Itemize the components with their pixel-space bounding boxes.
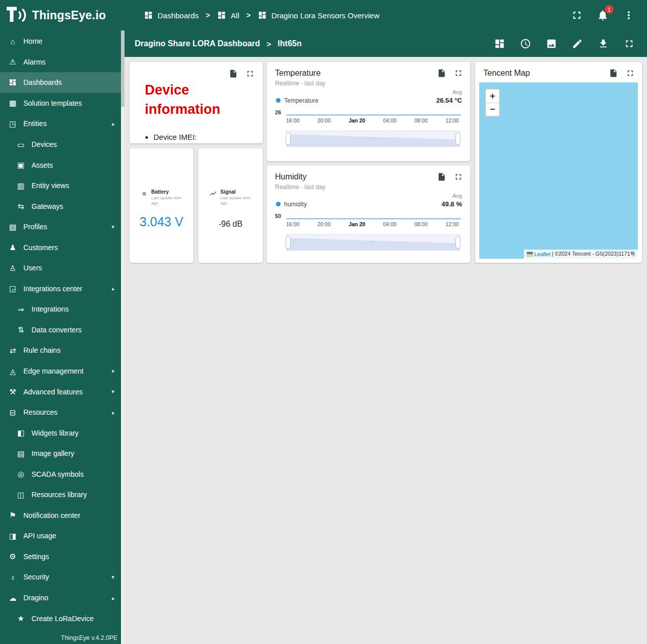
sidebar-item-label: Advanced features [23,388,83,396]
sidebar-item-scada-symbols[interactable]: ◎SCADA symbols [0,464,121,484]
edge-management-icon: ◬ [8,367,18,375]
sidebar-item-label: Gateways [32,202,63,210]
scada-symbols-icon: ◎ [16,470,26,478]
timewindow-clock-icon[interactable] [520,38,531,49]
more-vert-icon[interactable] [623,9,635,21]
sidebar-scrollbar[interactable] [121,30,125,644]
breadcrumb-separator: > [206,11,210,19]
temperature-title: Temperature [275,69,325,78]
sidebar-item-alarms[interactable]: ⚠Alarms [0,52,121,73]
users-icon: ♙ [8,264,18,272]
advanced-features-icon: ⚒ [8,388,18,395]
series-avg-value: 26.54 °C [436,97,462,104]
sidebar-item-label: Data converters [32,326,82,334]
sidebar-item-image-gallery[interactable]: ▤Image gallery [0,443,121,464]
api-usage-icon: ◨ [8,532,18,540]
settings-icon: ⚙ [8,553,18,560]
sidebar-item-solution-templates[interactable]: ▩Solution templates [0,93,121,114]
series-label[interactable]: humidity [284,201,307,208]
sidebar-item-notification-center[interactable]: ⚑Notification center [0,505,121,526]
chart-navigator[interactable]: ⋯ [286,234,460,251]
dashboard-state[interactable]: lht65n [278,39,301,48]
sidebar-item-entity-views[interactable]: ▥Entity views [0,175,121,196]
sidebar-item-api-usage[interactable]: ◨API usage [0,526,121,546]
sidebar-item-data-converters[interactable]: ⇅Data converters [0,320,121,341]
sidebar-item-widgets-library[interactable]: ◧Widgets library [0,422,121,443]
app-logo[interactable]: ThingsEye.io [0,7,125,24]
sidebar-item-dashboards[interactable]: Dashboards [0,72,121,93]
legend-agg-header[interactable]: Avg [436,89,462,95]
humidity-subtitle: Realtime - last day [275,183,325,191]
sidebar-item-gateways[interactable]: ⇆Gateways [0,196,121,217]
sidebar-item-label: Home [23,37,42,45]
navigator-handle-right[interactable] [455,236,460,249]
star-icon: ★ [16,615,26,622]
x-axis: 16:00 20:00 Jan 20 04:00 08:00 12:00 [286,117,459,124]
sidebar-item-label: Dragino [23,594,48,602]
background-image-icon[interactable] [546,38,557,49]
expand-fullscreen-icon[interactable] [624,38,635,49]
sidebar-item-create-loradevice[interactable]: ★Create LoRaDevice [0,608,121,629]
dashboard-toolbar: Dragino Share LORA Dashboard > lht65n [125,30,647,57]
sidebar-item-integrations[interactable]: ⇒Integrations [0,299,121,320]
sidebar-item-assets[interactable]: ▣Assets [0,155,121,175]
sidebar-item-customers[interactable]: ♟Customers [0,237,121,258]
sidebar-item-advanced-features[interactable]: ⚒Advanced features▾ [0,381,121,402]
chevron-down-icon: ▾ [111,369,114,374]
breadcrumb-separator: > [247,11,251,19]
fullscreen-icon[interactable] [571,9,583,21]
series-label[interactable]: Temperature [284,97,318,104]
sidebar-item-label: Resources [23,408,57,416]
sidebar-nav: ⌂Home⚠AlarmsDashboards▩Solution template… [0,31,121,630]
dashboard-title[interactable]: Dragino Share LORA Dashboard [135,39,260,48]
scrollbar-thumb[interactable] [121,30,125,107]
dashboard-layouts-icon[interactable] [494,38,505,49]
x-tick: Jan 20 [349,221,365,227]
sidebar-item-rule-chains[interactable]: ⇄Rule chains [0,340,121,361]
sidebar-item-users[interactable]: ♙Users [0,258,121,279]
leaflet-link[interactable]: Leaflet [534,251,550,257]
breadcrumb-item-dragino-lora-sensors-overview[interactable]: Dragino Lora Sensors Overview [258,11,380,20]
navigator-handle-left[interactable] [286,236,291,249]
export-download-icon[interactable] [598,38,609,49]
logo-icon [5,7,28,24]
breadcrumb-item-all[interactable]: All [217,11,239,20]
sidebar-item-entities[interactable]: ◳Entities▴ [0,113,121,134]
sidebar-item-dragino[interactable]: ☁Dragino▴ [0,588,121,608]
navigator-handle-left[interactable] [286,133,291,145]
navigator-handle-right[interactable] [455,133,460,145]
sidebar-item-edge-management[interactable]: ◬Edge management▾ [0,361,121,382]
sidebar-item-security[interactable]: ♁Security▾ [0,567,121,588]
sidebar-item-profiles[interactable]: ▧Profiles▾ [0,217,121,237]
chart-navigator[interactable]: ⋯ [286,131,460,147]
edit-pencil-icon[interactable] [572,38,583,49]
export-file-icon[interactable] [437,69,446,78]
sidebar-item-label: Widgets library [32,429,79,437]
sidebar-item-devices[interactable]: ▭Devices [0,134,121,155]
chevron-down-icon: ▾ [111,389,114,394]
expand-widget-icon[interactable] [626,69,635,78]
sidebar-item-integrations-center[interactable]: ◲Integrations center▴ [0,279,121,299]
breadcrumb-item-dashboards[interactable]: Dashboards [144,11,199,20]
device-info-list: Device IMEI: [145,133,255,141]
toolbar-actions [494,38,635,49]
sidebar-item-label: Devices [32,140,57,148]
legend-agg-header[interactable]: Avg [442,193,462,199]
sidebar-item-resources[interactable]: ⊟Resources▴ [0,402,121,423]
export-file-icon[interactable] [229,69,238,78]
expand-widget-icon[interactable] [245,69,255,78]
dragino-icon: ☁ [8,594,18,602]
widget-temperature: Temperature Realtime - last day Temperat… [267,62,470,161]
sidebar-item-settings[interactable]: ⚙Settings [0,546,121,567]
export-file-icon[interactable] [609,69,618,78]
sidebar-item-label: Assets [32,161,53,169]
export-file-icon[interactable] [437,172,446,181]
zoom-out-button[interactable]: − [486,103,499,116]
zoom-in-button[interactable]: + [486,89,499,103]
sidebar-item-home[interactable]: ⌂Home [0,31,121,52]
sidebar-item-resources-library[interactable]: ◫Resources library [0,484,121,505]
expand-widget-icon[interactable] [454,172,463,181]
chart-legend: Temperature Avg 26.54 °C [276,89,462,104]
map-canvas[interactable]: + − Leaflet | ©2024 Tencent - GS(2023)11… [479,82,638,259]
expand-widget-icon[interactable] [454,69,463,78]
